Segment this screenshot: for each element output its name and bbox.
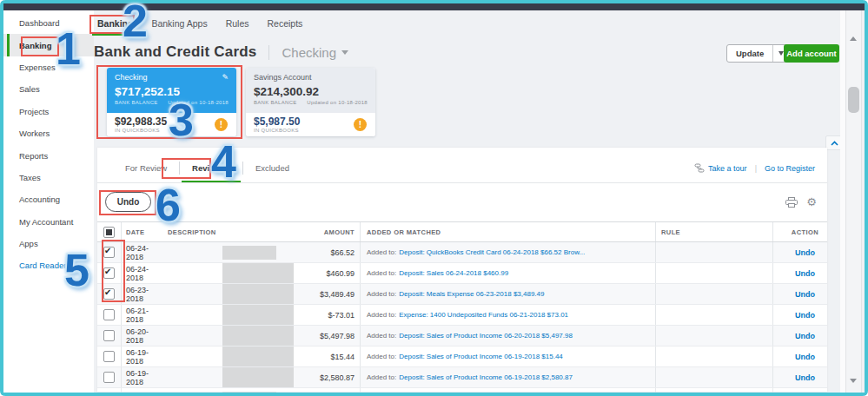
added-transaction-link[interactable]: Deposit: QuickBooks Credit Card 06-24-20… — [399, 248, 585, 256]
added-prefix: Added to: — [367, 332, 396, 340]
cell-added-or-matched: Added to: Deposit: Sales 06-24-2018 $460… — [361, 263, 656, 283]
cell-description — [163, 367, 297, 387]
undo-link[interactable]: Undo — [795, 248, 815, 257]
added-prefix: Added to: — [367, 248, 396, 256]
added-transaction-link[interactable]: Deposit: Sales of Product Income 06-19-2… — [399, 373, 573, 381]
top-nav-tab[interactable]: Banking — [96, 16, 135, 34]
sidebar-item[interactable]: Card Reader — [3, 254, 94, 276]
review-tab[interactable]: For Review — [113, 162, 179, 175]
go-to-register-link[interactable]: Go to Register — [765, 164, 815, 173]
row-checkbox[interactable] — [103, 267, 115, 279]
sidebar-item[interactable]: Workers — [3, 122, 94, 144]
review-tab[interactable]: Excluded — [242, 162, 301, 175]
sidebar-item[interactable]: Taxes — [3, 167, 94, 188]
account-card-checking[interactable]: Checking ✎ $717,252.15 BANK BALANCE Upda… — [107, 68, 236, 136]
gear-icon[interactable]: ⚙ — [806, 196, 817, 208]
top-nav-tab[interactable]: Rules — [224, 16, 251, 34]
table-header: DATE DESCRIPTION AMOUNT ADDED OR MATCHED… — [97, 221, 827, 242]
review-tab[interactable]: Reviewed — [179, 162, 242, 175]
undo-link[interactable]: Undo — [795, 269, 815, 278]
scrollbar-thumb[interactable] — [848, 87, 859, 113]
row-checkbox[interactable] — [103, 288, 115, 300]
edit-pencil-icon[interactable]: ✎ — [222, 73, 229, 82]
cell-date: 06-23-2018 — [122, 284, 163, 304]
table-tools: ⚙ — [785, 196, 817, 208]
review-tab-label: Excluded — [255, 163, 289, 173]
top-nav-tab[interactable]: Banking Apps — [149, 16, 209, 34]
top-nav-tab[interactable]: Receipts — [266, 16, 305, 34]
table-row: 06-19-2018 $15.44 Added to: Deposit: Sal… — [97, 346, 827, 367]
sidebar-item[interactable]: Projects — [3, 101, 94, 122]
undo-batch-button[interactable]: Undo — [105, 192, 151, 212]
account-card-savings[interactable]: Savings Account $214,300.92 BANK BALANCE… — [246, 68, 375, 136]
cell-date: 06-21-2018 — [122, 305, 163, 325]
added-transaction-link[interactable]: Deposit: Sales of Product Income 06-19-2… — [399, 353, 563, 360]
row-checkbox[interactable] — [103, 309, 115, 320]
warning-icon[interactable]: ! — [215, 118, 228, 131]
account-selector[interactable]: Checking — [268, 45, 348, 60]
bank-balance-label: BANK BALANCE — [254, 100, 297, 105]
tour-icon — [694, 163, 705, 173]
row-checkbox-cell — [97, 263, 122, 283]
added-transaction-link[interactable]: Deposit: Sales 06-24-2018 $460.99 — [399, 269, 508, 277]
scrollbar-track[interactable] — [845, 10, 862, 393]
undo-link[interactable]: Undo — [795, 332, 815, 340]
browser-top-bar — [3, 3, 865, 10]
header-date[interactable]: DATE — [122, 222, 163, 241]
undo-link[interactable]: Undo — [795, 311, 815, 320]
chevron-down-icon — [341, 50, 348, 55]
undo-link[interactable]: Undo — [795, 353, 815, 361]
header-amount[interactable]: AMOUNT — [297, 222, 361, 241]
add-account-button[interactable]: Add account — [784, 44, 839, 63]
redacted-description — [222, 367, 294, 387]
row-checkbox[interactable] — [103, 351, 115, 362]
cell-added-or-matched: Added to: Deposit: Sales of Product Inco… — [361, 346, 656, 366]
header-added-or-matched[interactable]: ADDED OR MATCHED — [361, 222, 656, 241]
cell-rule — [656, 367, 773, 387]
sidebar-item[interactable]: Sales — [3, 78, 94, 100]
cell-description — [163, 346, 297, 366]
take-a-tour-link[interactable]: Take a tour — [694, 163, 747, 173]
update-button[interactable]: Update — [727, 45, 772, 62]
undo-link[interactable]: Undo — [795, 373, 815, 382]
cell-added-or-matched: Added to: Expense: 1400 Undeposited Fund… — [361, 305, 656, 325]
row-checkbox[interactable] — [103, 247, 115, 258]
undo-link[interactable]: Undo — [795, 290, 815, 299]
review-panel: For Review Reviewed Excluded Take a tour… — [97, 148, 827, 392]
row-checkbox-cell — [97, 346, 122, 366]
cell-date: 06-19-2018 — [122, 346, 163, 366]
sidebar-item[interactable]: Banking — [3, 34, 94, 56]
chevron-down-icon — [779, 51, 784, 56]
bank-balance-amount: $717,252.15 — [115, 85, 229, 98]
cell-action: Undo — [773, 263, 827, 283]
sidebar-item[interactable]: Accounting — [3, 188, 94, 210]
sidebar-item-label: My Accountant — [19, 217, 73, 227]
sidebar-item[interactable]: Dashboard — [3, 12, 94, 34]
header-action[interactable]: ACTION — [773, 222, 827, 241]
cell-added-or-matched: Added to: Deposit: QuickBooks Credit Car… — [361, 242, 656, 262]
table-body: 06-24-2018 $66.52 Added to: Deposit: Qui… — [97, 242, 827, 388]
redacted-description — [222, 346, 294, 366]
sidebar-item[interactable]: Expenses — [3, 56, 94, 78]
take-a-tour-label: Take a tour — [708, 164, 747, 173]
printer-icon[interactable] — [785, 197, 798, 208]
sidebar-item[interactable]: Apps — [3, 233, 94, 254]
header-description[interactable]: DESCRIPTION — [163, 222, 297, 241]
row-checkbox[interactable] — [103, 330, 115, 341]
row-checkbox-cell — [97, 242, 122, 262]
cell-amount: $-73.01 — [297, 305, 361, 325]
sidebar-item[interactable]: My Accountant — [3, 211, 94, 233]
scrollbar-down-icon[interactable] — [850, 379, 857, 383]
header-rule[interactable]: RULE — [656, 222, 773, 241]
added-transaction-link[interactable]: Deposit: Meals Expense 06-23-2018 $3,489… — [399, 290, 544, 298]
added-transaction-link[interactable]: Deposit: Sales of Product Income 06-20-2… — [399, 332, 573, 340]
select-all-checkbox[interactable] — [103, 227, 115, 238]
in-quickbooks-label: IN QUICKBOOKS — [254, 128, 368, 133]
sidebar-item[interactable]: Reports — [3, 144, 94, 166]
added-transaction-link[interactable]: Expense: 1400 Undeposited Funds 06-21-20… — [399, 311, 568, 319]
row-checkbox[interactable] — [103, 372, 115, 383]
warning-icon[interactable]: ! — [354, 118, 367, 131]
scrollbar-up-icon[interactable] — [850, 36, 857, 41]
table-row: 06-21-2018 $-73.01 Added to: Expense: 14… — [97, 305, 827, 326]
links-separator: | — [755, 164, 757, 173]
